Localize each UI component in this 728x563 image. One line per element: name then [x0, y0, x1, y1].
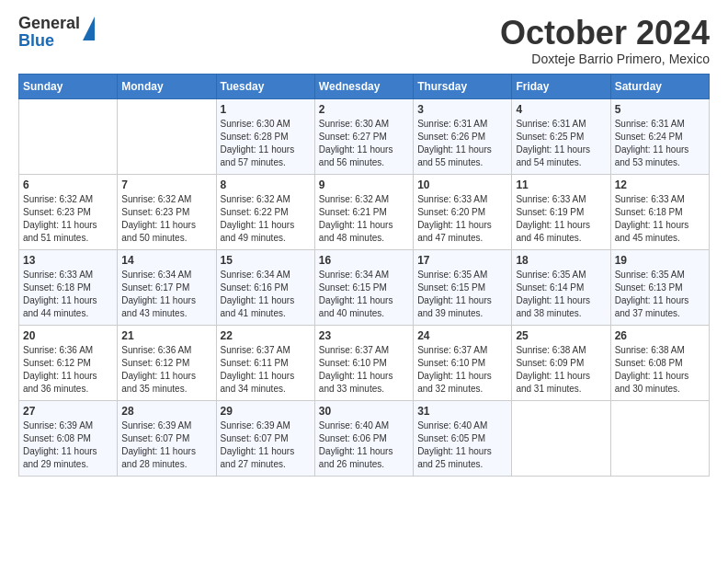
- day-info: Sunrise: 6:31 AM Sunset: 6:26 PM Dayligh…: [417, 118, 507, 169]
- header: General Blue October 2024 Doxteje Barrio…: [18, 15, 710, 66]
- day-number: 22: [221, 329, 311, 342]
- day-info: Sunrise: 6:31 AM Sunset: 6:24 PM Dayligh…: [615, 118, 705, 169]
- day-info: Sunrise: 6:35 AM Sunset: 6:13 PM Dayligh…: [615, 269, 705, 320]
- day-info: Sunrise: 6:38 AM Sunset: 6:08 PM Dayligh…: [615, 344, 705, 396]
- calendar-table: Sunday Monday Tuesday Wednesday Thursday…: [18, 74, 710, 477]
- table-row: [610, 400, 709, 476]
- day-number: 15: [221, 254, 311, 267]
- day-info: Sunrise: 6:32 AM Sunset: 6:22 PM Dayligh…: [221, 193, 311, 245]
- day-number: 30: [319, 405, 409, 418]
- logo-triangle-icon: [83, 17, 95, 40]
- table-row: 9Sunrise: 6:32 AM Sunset: 6:21 PM Daylig…: [314, 174, 413, 249]
- day-number: 5: [615, 103, 705, 116]
- table-row: 17Sunrise: 6:35 AM Sunset: 6:15 PM Dayli…: [414, 249, 512, 325]
- day-number: 4: [516, 103, 606, 116]
- day-info: Sunrise: 6:30 AM Sunset: 6:28 PM Dayligh…: [221, 118, 311, 169]
- table-row: 2Sunrise: 6:30 AM Sunset: 6:27 PM Daylig…: [314, 98, 413, 174]
- day-number: 23: [319, 329, 409, 342]
- table-row: 19Sunrise: 6:35 AM Sunset: 6:13 PM Dayli…: [610, 249, 709, 325]
- day-info: Sunrise: 6:32 AM Sunset: 6:23 PM Dayligh…: [121, 193, 211, 245]
- day-number: 11: [516, 178, 606, 191]
- day-number: 13: [23, 254, 113, 267]
- day-number: 21: [121, 329, 211, 342]
- table-row: [118, 98, 216, 174]
- day-info: Sunrise: 6:30 AM Sunset: 6:27 PM Dayligh…: [319, 118, 409, 169]
- table-row: [512, 400, 610, 476]
- day-info: Sunrise: 6:39 AM Sunset: 6:08 PM Dayligh…: [23, 419, 113, 471]
- table-row: 24Sunrise: 6:37 AM Sunset: 6:10 PM Dayli…: [414, 325, 512, 400]
- table-row: 12Sunrise: 6:33 AM Sunset: 6:18 PM Dayli…: [610, 174, 709, 249]
- day-number: 8: [221, 178, 311, 191]
- table-row: 30Sunrise: 6:40 AM Sunset: 6:06 PM Dayli…: [314, 400, 413, 476]
- table-row: 3Sunrise: 6:31 AM Sunset: 6:26 PM Daylig…: [414, 98, 512, 174]
- table-row: 10Sunrise: 6:33 AM Sunset: 6:20 PM Dayli…: [414, 174, 512, 249]
- day-number: 20: [23, 329, 113, 342]
- logo-text-block: General Blue: [18, 15, 95, 50]
- table-row: 31Sunrise: 6:40 AM Sunset: 6:05 PM Dayli…: [414, 400, 512, 476]
- table-row: [19, 98, 118, 174]
- day-info: Sunrise: 6:37 AM Sunset: 6:11 PM Dayligh…: [221, 344, 311, 396]
- day-number: 27: [23, 405, 113, 418]
- col-tuesday: Tuesday: [216, 74, 314, 98]
- day-number: 24: [417, 329, 507, 342]
- day-number: 25: [516, 329, 606, 342]
- day-number: 19: [615, 254, 705, 267]
- col-sunday: Sunday: [19, 74, 118, 98]
- col-monday: Monday: [118, 74, 216, 98]
- day-info: Sunrise: 6:34 AM Sunset: 6:17 PM Dayligh…: [121, 269, 211, 320]
- day-info: Sunrise: 6:38 AM Sunset: 6:09 PM Dayligh…: [516, 344, 606, 396]
- day-info: Sunrise: 6:40 AM Sunset: 6:06 PM Dayligh…: [319, 419, 409, 471]
- logo-blue: Blue: [18, 32, 80, 50]
- day-info: Sunrise: 6:33 AM Sunset: 6:20 PM Dayligh…: [417, 193, 507, 245]
- table-row: 6Sunrise: 6:32 AM Sunset: 6:23 PM Daylig…: [19, 174, 118, 249]
- month-title: October 2024: [500, 15, 710, 52]
- calendar-week-row: 6Sunrise: 6:32 AM Sunset: 6:23 PM Daylig…: [19, 174, 710, 249]
- table-row: 5Sunrise: 6:31 AM Sunset: 6:24 PM Daylig…: [610, 98, 709, 174]
- day-number: 16: [319, 254, 409, 267]
- day-number: 10: [417, 178, 507, 191]
- table-row: 29Sunrise: 6:39 AM Sunset: 6:07 PM Dayli…: [216, 400, 314, 476]
- day-number: 14: [121, 254, 211, 267]
- day-info: Sunrise: 6:35 AM Sunset: 6:14 PM Dayligh…: [516, 269, 606, 320]
- day-info: Sunrise: 6:35 AM Sunset: 6:15 PM Dayligh…: [417, 269, 507, 320]
- day-number: 28: [121, 405, 211, 418]
- col-wednesday: Wednesday: [314, 74, 413, 98]
- calendar-week-row: 1Sunrise: 6:30 AM Sunset: 6:28 PM Daylig…: [19, 98, 710, 174]
- title-area: October 2024 Doxteje Barrio Primero, Mex…: [500, 15, 710, 66]
- day-number: 7: [121, 178, 211, 191]
- table-row: 11Sunrise: 6:33 AM Sunset: 6:19 PM Dayli…: [512, 174, 610, 249]
- day-number: 18: [516, 254, 606, 267]
- day-info: Sunrise: 6:33 AM Sunset: 6:18 PM Dayligh…: [615, 193, 705, 245]
- day-info: Sunrise: 6:33 AM Sunset: 6:19 PM Dayligh…: [516, 193, 606, 245]
- table-row: 1Sunrise: 6:30 AM Sunset: 6:28 PM Daylig…: [216, 98, 314, 174]
- table-row: 21Sunrise: 6:36 AM Sunset: 6:12 PM Dayli…: [118, 325, 216, 400]
- day-number: 31: [417, 405, 507, 418]
- day-number: 9: [319, 178, 409, 191]
- day-info: Sunrise: 6:32 AM Sunset: 6:21 PM Dayligh…: [319, 193, 409, 245]
- table-row: 7Sunrise: 6:32 AM Sunset: 6:23 PM Daylig…: [118, 174, 216, 249]
- day-info: Sunrise: 6:31 AM Sunset: 6:25 PM Dayligh…: [516, 118, 606, 169]
- day-info: Sunrise: 6:39 AM Sunset: 6:07 PM Dayligh…: [221, 419, 311, 471]
- calendar-week-row: 13Sunrise: 6:33 AM Sunset: 6:18 PM Dayli…: [19, 249, 710, 325]
- day-info: Sunrise: 6:33 AM Sunset: 6:18 PM Dayligh…: [23, 269, 113, 320]
- table-row: 22Sunrise: 6:37 AM Sunset: 6:11 PM Dayli…: [216, 325, 314, 400]
- table-row: 25Sunrise: 6:38 AM Sunset: 6:09 PM Dayli…: [512, 325, 610, 400]
- day-number: 12: [615, 178, 705, 191]
- table-row: 8Sunrise: 6:32 AM Sunset: 6:22 PM Daylig…: [216, 174, 314, 249]
- calendar-week-row: 27Sunrise: 6:39 AM Sunset: 6:08 PM Dayli…: [19, 400, 710, 476]
- day-info: Sunrise: 6:34 AM Sunset: 6:16 PM Dayligh…: [221, 269, 311, 320]
- table-row: 20Sunrise: 6:36 AM Sunset: 6:12 PM Dayli…: [19, 325, 118, 400]
- day-info: Sunrise: 6:37 AM Sunset: 6:10 PM Dayligh…: [319, 344, 409, 396]
- day-info: Sunrise: 6:40 AM Sunset: 6:05 PM Dayligh…: [417, 419, 507, 471]
- logo: General Blue: [18, 15, 95, 50]
- day-info: Sunrise: 6:32 AM Sunset: 6:23 PM Dayligh…: [23, 193, 113, 245]
- col-saturday: Saturday: [610, 74, 709, 98]
- day-info: Sunrise: 6:34 AM Sunset: 6:15 PM Dayligh…: [319, 269, 409, 320]
- day-number: 17: [417, 254, 507, 267]
- table-row: 28Sunrise: 6:39 AM Sunset: 6:07 PM Dayli…: [118, 400, 216, 476]
- day-number: 29: [221, 405, 311, 418]
- location: Doxteje Barrio Primero, Mexico: [500, 52, 710, 66]
- col-thursday: Thursday: [414, 74, 512, 98]
- day-info: Sunrise: 6:36 AM Sunset: 6:12 PM Dayligh…: [121, 344, 211, 396]
- day-number: 6: [23, 178, 113, 191]
